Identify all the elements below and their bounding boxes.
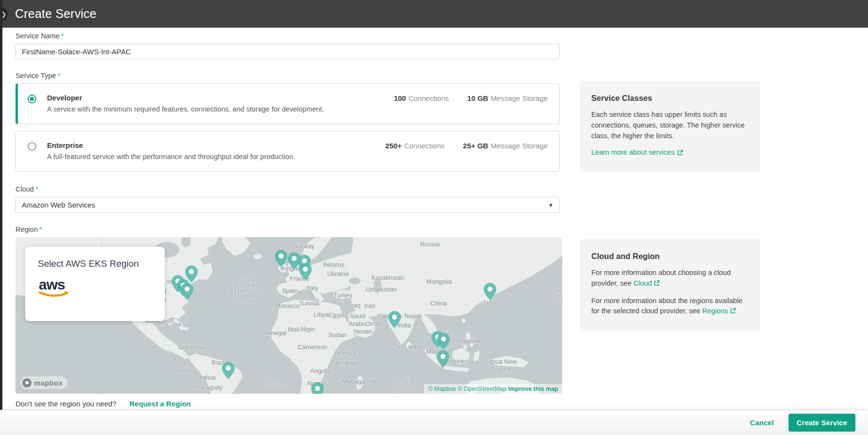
option-metrics: 100Connections 10 GBMessage Storage	[394, 94, 548, 103]
map-country-label: Belarus	[323, 260, 344, 268]
required-asterisk: *	[58, 72, 61, 80]
option-title: Enterprise	[47, 141, 295, 149]
map-country-label: Bolivia	[197, 374, 216, 382]
help-sidebar: Service Classes Each service class has u…	[580, 32, 760, 408]
external-link-icon	[730, 307, 736, 314]
map-country-label: Sri Lanka	[395, 343, 421, 351]
option-description: A full-featured service with the perform…	[47, 153, 295, 161]
region-pin[interactable]	[311, 382, 324, 394]
create-service-button[interactable]: Create Service	[789, 414, 855, 432]
dont-see-region-text: Don't see the region you need?	[16, 400, 116, 408]
learn-more-services-link[interactable]: Learn more about services	[591, 148, 683, 156]
map-ocean-label: Atlantic	[229, 287, 261, 296]
svg-text:aws: aws	[39, 276, 65, 292]
map-country-label: China	[430, 300, 447, 307]
mapbox-icon: ✱	[22, 378, 32, 387]
option-description: A service with the minimum required feat…	[47, 105, 324, 113]
cloud-region-panel: Cloud and Region For more information ab…	[580, 239, 760, 331]
cloud-select[interactable]: Amazon Web Services ▼	[16, 197, 560, 213]
region-pin[interactable]	[436, 350, 450, 368]
service-type-label: Service Type*	[16, 72, 560, 80]
required-asterisk: *	[61, 32, 64, 40]
region-pin[interactable]	[274, 249, 288, 268]
map-country-label: Iran	[364, 302, 375, 310]
map-country-label: Morocco	[275, 302, 300, 310]
map-ocean-label: Ocean	[232, 296, 258, 305]
connections-metric: 250+Connections	[385, 142, 444, 150]
map-country-label: Tanzania	[331, 359, 356, 367]
service-type-option-enterprise[interactable]: Enterprise A full-featured service with …	[16, 131, 560, 172]
radio-enterprise[interactable]	[28, 142, 36, 151]
page-title: Create Service	[15, 7, 96, 21]
map-country-label: Colombia	[178, 343, 205, 351]
connections-metric: 100Connections	[394, 94, 449, 103]
option-metrics: 250+Connections 25+ GBMessage Storage	[385, 142, 548, 150]
map-country-label: Sudan	[329, 331, 347, 339]
cloud-field: Cloud* Amazon Web Services ▼	[16, 185, 560, 213]
map-country-label: Madagascar	[342, 378, 377, 386]
map-country-label: Oman	[365, 320, 382, 328]
service-classes-panel: Service Classes Each service class has u…	[580, 81, 760, 172]
service-name-input[interactable]	[16, 44, 560, 59]
map-country-label: Mali	[288, 325, 300, 333]
region-map[interactable]: RussiaNorwayUnited KingdomBelarusUkraine…	[16, 237, 562, 394]
service-type-field: Service Type* Developer A service with t…	[16, 72, 560, 172]
region-pin[interactable]	[180, 282, 194, 301]
map-country-label: Tunisia	[299, 300, 319, 307]
cancel-button[interactable]: Cancel	[750, 419, 774, 427]
improve-map-link[interactable]: Improve this map	[508, 386, 559, 392]
map-ocean-label: O	[558, 306, 562, 315]
cloud-doc-link[interactable]: Cloud	[633, 279, 660, 287]
mapbox-logo[interactable]: ✱ mapbox	[20, 376, 67, 389]
regions-doc-link[interactable]: Regions	[702, 307, 736, 315]
region-pin[interactable]	[221, 361, 235, 380]
panel-body: For more information about the regions a…	[591, 296, 748, 317]
create-service-form: Service Name* Service Type* Developer A …	[0, 28, 868, 408]
aws-logo: aws	[38, 276, 73, 300]
map-country-label: Italy	[307, 284, 318, 292]
map-country-label: Egypt	[329, 311, 345, 319]
map-country-label: Cuba	[166, 321, 181, 328]
service-name-field: Service Name*	[16, 32, 560, 59]
collapsed-sidebar-rail[interactable]	[0, 0, 2, 410]
radio-developer-selected[interactable]	[28, 95, 36, 103]
map-country-label: Niger	[300, 325, 316, 333]
map-country-label: Nepal	[404, 312, 421, 320]
osm-attribution-link[interactable]: © OpenStreetMap	[458, 386, 506, 392]
map-country-label: Spain	[282, 287, 298, 295]
service-type-option-developer[interactable]: Developer A service with the minimum req…	[16, 83, 560, 124]
page-header: ❯ Create Service	[0, 0, 868, 28]
panel-title: Cloud and Region	[591, 252, 748, 261]
map-country-label: Libya	[314, 311, 329, 319]
option-title: Developer	[47, 94, 324, 102]
region-pin[interactable]	[299, 262, 312, 281]
map-country-label: Papua New Guinea	[484, 358, 517, 374]
region-field: Region*	[16, 226, 560, 408]
region-pin[interactable]	[388, 310, 401, 329]
map-ocean-label: Indian	[394, 378, 419, 387]
map-country-label: Norway	[293, 242, 314, 250]
external-link-icon	[677, 149, 683, 156]
region-label: Region*	[16, 226, 560, 233]
map-overlay-title: Select AWS EKS Region	[38, 258, 152, 269]
map-country-label: Kazakhstan	[371, 274, 404, 282]
cloud-label: Cloud*	[16, 185, 560, 193]
map-ocean-label: North	[233, 277, 256, 286]
map-country-label: Kenya	[338, 350, 356, 357]
action-footer: Cancel Create Service	[0, 410, 868, 435]
map-country-label: Iraq	[349, 301, 360, 309]
storage-metric: 10 GBMessage Storage	[467, 94, 548, 103]
map-ocean-label: N	[557, 288, 562, 296]
mapbox-attribution-link[interactable]: © Mapbox	[428, 386, 456, 392]
map-ocean-label: South	[263, 380, 287, 389]
map-country-label: Yemen	[353, 328, 372, 336]
region-pin[interactable]	[437, 332, 450, 351]
external-link-icon	[654, 280, 660, 286]
panel-title: Service Classes	[591, 94, 748, 103]
map-country-label: Uzbekistan	[365, 286, 396, 293]
map-overlay-card: Select AWS EKS Region aws	[25, 247, 165, 321]
map-country-label: Indonesia	[446, 357, 473, 365]
region-pin[interactable]	[483, 282, 497, 301]
request-region-link[interactable]: Request a Region	[129, 400, 191, 408]
map-country-label: Paraguay	[195, 384, 222, 391]
